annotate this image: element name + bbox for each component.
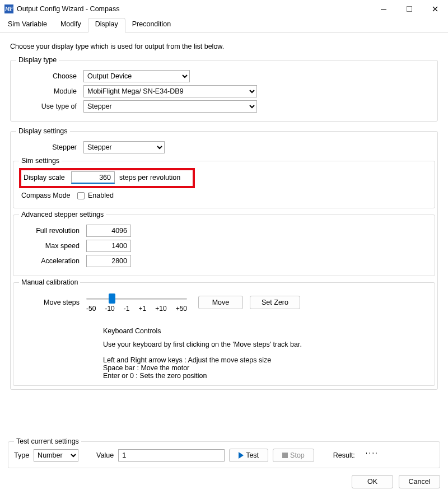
type-select[interactable]: Number bbox=[34, 449, 78, 462]
module-select[interactable]: MobiFlight Mega/ SN-E34-DB9 bbox=[83, 85, 257, 97]
close-button[interactable] bbox=[422, 0, 448, 18]
value-label: Value bbox=[96, 451, 114, 459]
ok-button[interactable]: OK bbox=[352, 475, 393, 488]
sim-settings-legend: Sim settings bbox=[19, 157, 62, 165]
module-label: Module bbox=[16, 87, 83, 95]
maximize-button[interactable] bbox=[396, 0, 422, 18]
accel-label: Acceleration bbox=[19, 257, 86, 265]
sim-settings-group: Sim settings Display scale steps per rev… bbox=[13, 157, 435, 208]
display-type-group: Display type Choose Output Device Module… bbox=[10, 56, 438, 122]
minimize-button[interactable] bbox=[371, 0, 396, 18]
kb-desc: Use your keyboard by first clicking on t… bbox=[103, 341, 327, 348]
use-type-select[interactable]: Stepper bbox=[83, 100, 257, 113]
stepper-select[interactable]: Stepper bbox=[83, 141, 165, 153]
titlebar: MF Output Config Wizard - Compass bbox=[0, 0, 448, 18]
kb-title: Keyboard Controls bbox=[103, 327, 327, 335]
test-legend: Test current settings bbox=[14, 437, 81, 445]
display-scale-unit: steps per revolution bbox=[119, 174, 180, 181]
play-icon bbox=[239, 452, 244, 459]
compass-mode-label: Compass Mode bbox=[21, 192, 77, 199]
choose-select[interactable]: Output Device bbox=[83, 70, 190, 82]
slider-tick-labels: -50 -10 -1 +1 +10 +50 bbox=[86, 305, 187, 313]
tab-precondition[interactable]: Precondition bbox=[125, 18, 178, 32]
choose-label: Choose bbox=[16, 72, 83, 80]
full-rev-label: Full revolution bbox=[19, 227, 86, 235]
display-type-legend: Display type bbox=[16, 56, 59, 64]
move-steps-label: Move steps bbox=[19, 299, 86, 306]
advanced-legend: Advanced stepper settings bbox=[19, 211, 106, 218]
window-title: Output Config Wizard - Compass bbox=[17, 5, 119, 13]
max-speed-label: Max speed bbox=[19, 242, 86, 250]
display-scale-label: Display scale bbox=[24, 174, 71, 181]
test-group: Test current settings Type Number Value … bbox=[8, 437, 440, 468]
move-button[interactable]: Move bbox=[198, 296, 243, 309]
type-label: Type bbox=[14, 451, 29, 459]
tab-sim-variable[interactable]: Sim Variable bbox=[1, 18, 54, 32]
result-label: Result: bbox=[333, 451, 355, 459]
stop-icon bbox=[282, 453, 288, 458]
kb-line1: Left and Right arrow keys : Adjust the m… bbox=[103, 356, 327, 364]
full-rev-input[interactable] bbox=[86, 225, 131, 237]
display-scale-input[interactable] bbox=[71, 171, 115, 184]
advanced-group: Advanced stepper settings Full revolutio… bbox=[13, 211, 435, 276]
stop-button[interactable]: Stop bbox=[273, 449, 314, 462]
move-steps-slider[interactable] bbox=[86, 292, 187, 305]
enabled-checkbox[interactable] bbox=[77, 192, 85, 199]
set-zero-button[interactable]: Set Zero bbox=[250, 296, 300, 309]
manual-legend: Manual calibration bbox=[19, 278, 80, 286]
use-type-label: Use type of bbox=[16, 102, 83, 110]
accel-input[interactable] bbox=[86, 255, 131, 267]
test-button[interactable]: Test bbox=[229, 449, 268, 462]
kb-line3: Enter or 0 : Sets the zero position bbox=[103, 372, 327, 380]
app-icon: MF bbox=[4, 4, 13, 13]
value-input[interactable] bbox=[118, 449, 225, 462]
intro-text: Choose your display type which is used f… bbox=[10, 43, 440, 50]
display-settings-legend: Display settings bbox=[16, 127, 70, 135]
tab-display[interactable]: Display bbox=[88, 18, 125, 32]
display-settings-group: Display settings Stepper Stepper Sim set… bbox=[10, 127, 438, 390]
stepper-label: Stepper bbox=[16, 143, 83, 151]
manual-group: Manual calibration Move steps -50 -10 -1… bbox=[13, 278, 435, 386]
max-speed-input[interactable] bbox=[86, 240, 131, 252]
enabled-label: Enabled bbox=[88, 192, 114, 199]
cancel-button[interactable]: Cancel bbox=[399, 475, 440, 488]
display-scale-highlight: Display scale steps per revolution bbox=[19, 168, 195, 188]
tab-strip: Sim Variable Modify Display Precondition bbox=[0, 18, 448, 32]
kb-line2: Space bar : Move the motor bbox=[103, 364, 327, 372]
tab-modify[interactable]: Modify bbox=[54, 18, 88, 32]
result-value: ' ' ' ' bbox=[366, 451, 377, 459]
